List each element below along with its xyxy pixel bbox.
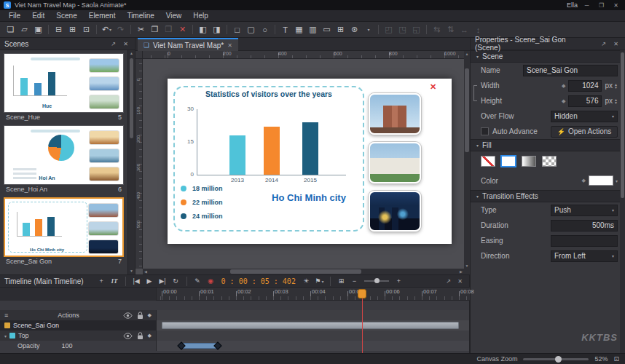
menu-edit[interactable]: Edit bbox=[26, 10, 50, 22]
auto-advance-checkbox[interactable] bbox=[481, 127, 489, 135]
height-input[interactable]: 576 bbox=[568, 95, 602, 107]
close-panel-icon[interactable]: ✕ bbox=[611, 41, 621, 47]
keyframe-diamond-icon[interactable]: ◆ bbox=[582, 178, 586, 183]
copy-button[interactable]: ❐ bbox=[148, 23, 162, 36]
canvas-vertical-scrollbar[interactable]: ▲ ▼ bbox=[464, 51, 470, 269]
easing-select[interactable] bbox=[551, 235, 618, 247]
menu-timeline[interactable]: Timeline bbox=[121, 10, 160, 22]
bar-2015[interactable] bbox=[302, 122, 318, 175]
scene-thumbnail-hue[interactable]: Hue bbox=[4, 53, 124, 113]
scroll-down-icon[interactable]: ▼ bbox=[128, 268, 135, 274]
document-tab[interactable]: ❏ Viet Nam Travel Map* ✕ bbox=[138, 38, 238, 51]
chevron-down-icon[interactable]: ▾ bbox=[4, 333, 7, 339]
float-panel-icon[interactable]: ↗ bbox=[444, 278, 453, 285]
overflow-select[interactable]: Hidden ▾ bbox=[551, 111, 618, 122]
lock-column-icon[interactable] bbox=[137, 312, 144, 320]
account-name[interactable]: Ella bbox=[567, 1, 578, 9]
snap-grid-button[interactable]: ⊞ bbox=[336, 276, 347, 287]
photo-night-city[interactable] bbox=[369, 191, 421, 232]
group-button[interactable]: ◧ bbox=[196, 23, 210, 36]
fill-none-swatch[interactable] bbox=[481, 156, 495, 167]
play-button[interactable]: ▶ bbox=[144, 276, 155, 287]
scroll-left-icon[interactable]: ◀ bbox=[143, 269, 149, 274]
slider-thumb[interactable] bbox=[374, 278, 380, 283]
distribute-horizontal-button[interactable]: ⇆ bbox=[430, 23, 444, 36]
scroll-right-icon[interactable]: ▶ bbox=[458, 269, 464, 274]
auto-keyframe-pen-button[interactable]: ✎ bbox=[192, 276, 203, 287]
ellipse-tool-button[interactable]: ○ bbox=[258, 23, 272, 36]
scene-label-row[interactable]: Scene_Hue 5 bbox=[4, 113, 124, 122]
slider-thumb[interactable] bbox=[555, 356, 562, 363]
legend-item[interactable]: 18 million bbox=[181, 183, 223, 194]
direction-select[interactable]: From Left ▾ bbox=[551, 250, 618, 262]
toggle-scenes-pane-button[interactable]: ⊟ bbox=[52, 23, 66, 36]
visibility-toggle-icon[interactable] bbox=[123, 333, 133, 339]
properties-scrollbar[interactable] bbox=[620, 50, 625, 353]
paste-button[interactable]: ❒ bbox=[162, 23, 176, 36]
section-transition-effects[interactable]: ▾ Transition Effects bbox=[471, 190, 625, 202]
more-tools-button[interactable]: ▾ bbox=[361, 23, 375, 36]
timeline-ruler[interactable]: 00:00 00:01 00:02 00:03 00:04 00:05 00:0… bbox=[157, 288, 470, 301]
section-fill[interactable]: ▾ Fill bbox=[471, 139, 625, 151]
undo-button[interactable]: ↶▾ bbox=[100, 23, 114, 36]
slide-title[interactable]: Statistics of visitors over the years bbox=[178, 90, 360, 98]
legend-item[interactable]: 22 million bbox=[181, 197, 223, 207]
playhead-line[interactable] bbox=[362, 291, 363, 353]
add-animation-button[interactable]: + bbox=[96, 276, 107, 287]
fill-image-swatch[interactable] bbox=[542, 156, 557, 167]
insert-time-button[interactable]: IT bbox=[109, 276, 120, 287]
symbol-tool-button[interactable]: ⊛ bbox=[347, 23, 361, 36]
media-tool-button[interactable]: ▥ bbox=[306, 23, 320, 36]
scene-thumbnail-hoi-an[interactable]: Hoi An bbox=[4, 125, 124, 185]
float-panel-icon[interactable]: ↗ bbox=[109, 41, 118, 47]
width-stepper[interactable]: ▲▼ bbox=[614, 83, 618, 89]
scroll-down-icon[interactable]: ▼ bbox=[464, 263, 470, 269]
rounded-rectangle-tool-button[interactable]: ▢ bbox=[244, 23, 258, 36]
match-width-button[interactable]: ↔ bbox=[457, 23, 471, 36]
scene-name-input[interactable]: Scene_Sai Gon bbox=[523, 65, 618, 76]
text-tool-button[interactable]: T bbox=[278, 23, 292, 36]
scroll-up-icon[interactable]: ▲ bbox=[128, 50, 135, 57]
delete-button[interactable]: ✕ bbox=[176, 23, 189, 36]
timeline-zoom-slider[interactable] bbox=[364, 280, 389, 282]
width-height-link-icon[interactable] bbox=[473, 85, 477, 101]
scene-label-row[interactable]: Scene_Hoi An 6 bbox=[4, 185, 124, 194]
opacity-track-lane[interactable] bbox=[157, 341, 469, 351]
scene-track-lane[interactable] bbox=[157, 320, 469, 331]
scrollbar-thumb[interactable] bbox=[130, 58, 133, 138]
stepper-down-icon[interactable]: ▼ bbox=[614, 86, 618, 89]
keyframe-diamond-icon[interactable]: ◆ bbox=[562, 98, 565, 104]
skip-to-start-button[interactable]: |◀ bbox=[131, 276, 142, 287]
image-tool-button[interactable]: ▦ bbox=[292, 23, 306, 36]
playhead-handle[interactable] bbox=[358, 289, 366, 298]
opacity-value[interactable]: 100 bbox=[62, 342, 73, 349]
keyframe-diamond-icon[interactable]: ◆ bbox=[562, 83, 565, 89]
city-label[interactable]: Ho Chi Minh city bbox=[253, 192, 364, 203]
maximize-button[interactable]: ❐ bbox=[596, 2, 607, 9]
match-height-button[interactable]: ↕ bbox=[471, 23, 485, 36]
align-bottom-button[interactable]: ◱ bbox=[409, 23, 423, 36]
duration-input[interactable]: 500ms bbox=[551, 220, 618, 232]
scrollbar-thumb[interactable] bbox=[621, 52, 624, 198]
distribute-vertical-button[interactable]: ⇅ bbox=[444, 23, 457, 36]
scenes-scrollbar[interactable]: ▲ ▼ bbox=[127, 50, 135, 274]
bar-2013[interactable] bbox=[229, 135, 245, 175]
legend-item[interactable]: 24 million bbox=[181, 211, 223, 221]
animation-segment[interactable] bbox=[183, 343, 217, 349]
marker-flag-button[interactable]: ⚑▾ bbox=[314, 276, 325, 287]
height-stepper[interactable]: ▲▼ bbox=[614, 98, 618, 104]
track-opacity[interactable]: Opacity 100 bbox=[0, 341, 157, 351]
float-panel-icon[interactable]: ↗ bbox=[599, 41, 608, 47]
menu-element[interactable]: Element bbox=[83, 10, 122, 22]
top-track-lane[interactable] bbox=[157, 331, 469, 341]
lock-toggle-icon[interactable] bbox=[137, 332, 144, 340]
photo-cathedral[interactable] bbox=[369, 93, 421, 135]
close-panel-icon[interactable]: ✕ bbox=[121, 41, 130, 47]
align-left-button[interactable]: ◰ bbox=[382, 23, 396, 36]
bar-2014[interactable] bbox=[264, 127, 280, 175]
open-document-button[interactable]: ▱ bbox=[17, 23, 31, 36]
fill-gradient-swatch[interactable] bbox=[522, 156, 536, 167]
close-panel-icon[interactable]: ✕ bbox=[455, 278, 465, 285]
time-display[interactable]: 0 : 00 : 05 : 402 bbox=[221, 277, 296, 285]
scrollbar-thumb[interactable] bbox=[230, 269, 361, 274]
